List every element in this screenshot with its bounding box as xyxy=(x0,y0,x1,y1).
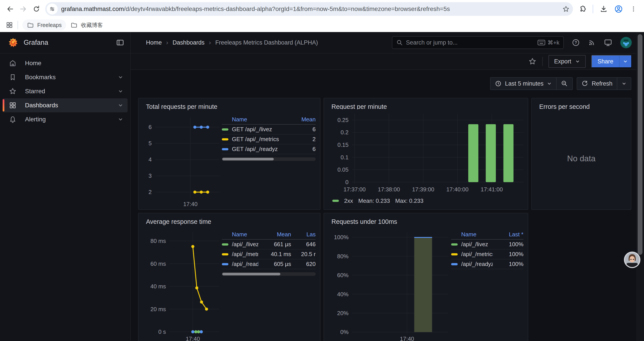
export-button[interactable]: Export xyxy=(548,55,586,68)
sidebar-item-bookmarks[interactable]: Bookmarks xyxy=(3,70,128,84)
legend-col-header[interactable]: Name xyxy=(461,231,493,238)
legend-row[interactable]: /api/_/readyz100% xyxy=(451,259,524,269)
legend-row[interactable]: /api/_/metrics40.1 ms20.5 r xyxy=(222,249,316,259)
page-scrollbar[interactable] xyxy=(636,32,644,341)
legend-row[interactable]: GET /api/_/readyz6 xyxy=(222,144,316,154)
legend-col-header[interactable]: Name xyxy=(232,116,287,123)
screen-share-icon[interactable] xyxy=(604,38,612,47)
legend-scrollbar[interactable] xyxy=(222,272,316,276)
panel-title[interactable]: Request per minute xyxy=(328,101,524,109)
news-rss-icon[interactable] xyxy=(588,39,596,47)
star-dashboard-icon[interactable] xyxy=(528,57,536,66)
sidebar-item-dashboards[interactable]: Dashboards xyxy=(3,98,128,112)
downloads-icon[interactable] xyxy=(600,5,608,13)
brand-title: Grafana xyxy=(24,39,48,47)
series-name[interactable]: 2xx xyxy=(344,197,353,204)
no-data-message: No data xyxy=(536,111,626,206)
legend-scrollbar-thumb[interactable] xyxy=(222,273,280,275)
legend-row[interactable]: /api/_/livez661 µs646 xyxy=(222,240,316,249)
search-input[interactable] xyxy=(406,39,534,46)
user-avatar[interactable] xyxy=(620,37,632,48)
grafana-logo-icon xyxy=(8,38,18,48)
plot-area[interactable] xyxy=(155,117,219,199)
bookmark-folder-freeleaps[interactable]: Freeleaps xyxy=(22,20,66,31)
legend-col-header[interactable]: Las xyxy=(291,231,316,238)
panel-title[interactable]: Errors per second xyxy=(536,101,626,111)
legend-row[interactable]: /api/_/readyz605 µs620 xyxy=(222,259,316,269)
x-axis-labels: 17:37:0017:38:0017:39:0017:40:0017:41:00 xyxy=(352,184,524,194)
panel-title[interactable]: Average response time xyxy=(143,216,316,226)
refresh-button[interactable]: Refresh xyxy=(577,78,617,90)
panel-title[interactable]: Requests under 100ms xyxy=(328,216,524,226)
assistant-avatar[interactable] xyxy=(624,251,640,268)
scrollbar-thumb[interactable] xyxy=(638,34,642,255)
legend-row[interactable]: /api/_/livez100% xyxy=(451,240,524,249)
legend-row[interactable]: GET /api/_/metrics2 xyxy=(222,135,316,144)
legend-row[interactable]: GET /api/_/livez6 xyxy=(222,125,316,135)
share-menu-arrow[interactable] xyxy=(619,56,631,67)
breadcrumb-home[interactable]: Home xyxy=(146,39,162,46)
series-name[interactable]: /api/_/readyz xyxy=(232,261,258,267)
bar-chart: 0.250.20.150.10.050 17:37:0017:38:0017:3… xyxy=(328,109,524,194)
collapse-sidebar-icon[interactable] xyxy=(116,38,124,47)
series-name[interactable]: /api/_/metrics xyxy=(232,251,258,258)
panel-title[interactable]: Total requests per minute xyxy=(143,101,316,111)
active-accent-bar xyxy=(3,99,4,112)
help-icon[interactable]: ? xyxy=(572,38,580,47)
legend-inline[interactable]: 2xx Mean: 0.233 Max: 0.233 xyxy=(328,195,524,206)
url-bar[interactable]: grafana.mathmast.com/d/deytv4rwavabkb/fr… xyxy=(45,2,573,16)
series-name[interactable]: /api/_/readyz xyxy=(461,261,493,267)
browser-menu-icon[interactable] xyxy=(630,5,638,13)
profile-icon[interactable] xyxy=(614,5,623,14)
series-mean: Mean: 0.233 xyxy=(358,197,390,204)
chevron-down-icon[interactable] xyxy=(118,75,123,80)
series-name[interactable]: /api/_/livez xyxy=(461,241,493,248)
back-button[interactable] xyxy=(4,3,17,16)
y-tick-label: 40 ms xyxy=(150,283,166,290)
y-tick-label: 80% xyxy=(337,253,348,260)
series-value: 100% xyxy=(493,251,524,258)
reload-button[interactable] xyxy=(30,3,43,16)
sidebar-item-home[interactable]: Home xyxy=(3,56,128,70)
forward-button[interactable] xyxy=(17,3,30,16)
refresh-interval-picker[interactable] xyxy=(617,78,631,90)
legend-scrollbar[interactable] xyxy=(222,157,316,161)
legend-col-header[interactable]: Name xyxy=(232,231,258,238)
plot-area[interactable] xyxy=(352,114,524,184)
series-swatch xyxy=(222,138,228,140)
site-settings-icon[interactable] xyxy=(47,4,58,15)
legend-col-header[interactable]: Mean xyxy=(287,116,316,123)
sidebar-item-alerting[interactable]: Alerting xyxy=(3,112,128,126)
share-button[interactable]: Share xyxy=(592,55,632,68)
extensions-icon[interactable] xyxy=(578,5,586,13)
bookmark-star-icon[interactable] xyxy=(562,5,570,13)
side-panel-icon[interactable] xyxy=(6,21,13,29)
grafana-app: Grafana Home › Dashboards › Freeleaps Me… xyxy=(0,32,644,341)
series-name[interactable]: /api/_/metrics xyxy=(461,251,493,258)
chevron-down-icon[interactable] xyxy=(118,117,123,122)
url-text[interactable]: grafana.mathmast.com/d/deytv4rwavabkb/fr… xyxy=(61,6,562,13)
plot-area[interactable] xyxy=(352,232,448,333)
legend-col-header[interactable]: Last * xyxy=(493,231,524,238)
chart-canvas xyxy=(170,232,219,333)
series-swatch xyxy=(451,253,458,255)
series-name[interactable]: GET /api/_/livez xyxy=(232,126,287,133)
time-range-picker[interactable]: Last 5 minutes xyxy=(490,78,556,90)
legend-col-header[interactable]: Mean xyxy=(258,231,291,238)
search-box[interactable]: ⌘+k xyxy=(392,36,564,49)
browser-toolbar: grafana.mathmast.com/d/deytv4rwavabkb/fr… xyxy=(0,0,644,18)
chevron-down-icon[interactable] xyxy=(118,103,123,108)
breadcrumb-dashboards[interactable]: Dashboards xyxy=(172,39,204,46)
plot-area[interactable] xyxy=(170,232,219,333)
zoom-out-button[interactable] xyxy=(556,78,572,90)
series-name[interactable]: /api/_/livez xyxy=(232,241,258,248)
series-name[interactable]: GET /api/_/readyz xyxy=(232,146,287,153)
legend-row[interactable]: /api/_/metrics100% xyxy=(451,249,524,259)
x-tick-label: 17:40 xyxy=(183,201,198,208)
legend-scrollbar-thumb[interactable] xyxy=(222,158,274,160)
sidebar-item-starred[interactable]: Starred xyxy=(3,84,128,98)
dashboard-actions-bar: Export Share xyxy=(131,54,644,70)
bookmark-folder-blogs[interactable]: 收藏博客 xyxy=(66,20,107,31)
series-name[interactable]: GET /api/_/metrics xyxy=(232,136,287,143)
chevron-down-icon[interactable] xyxy=(118,89,123,94)
